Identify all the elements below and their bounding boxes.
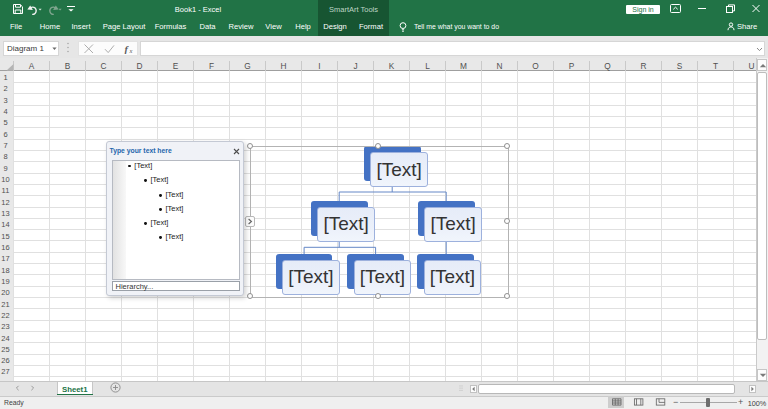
svg-text:x: x	[129, 47, 133, 54]
